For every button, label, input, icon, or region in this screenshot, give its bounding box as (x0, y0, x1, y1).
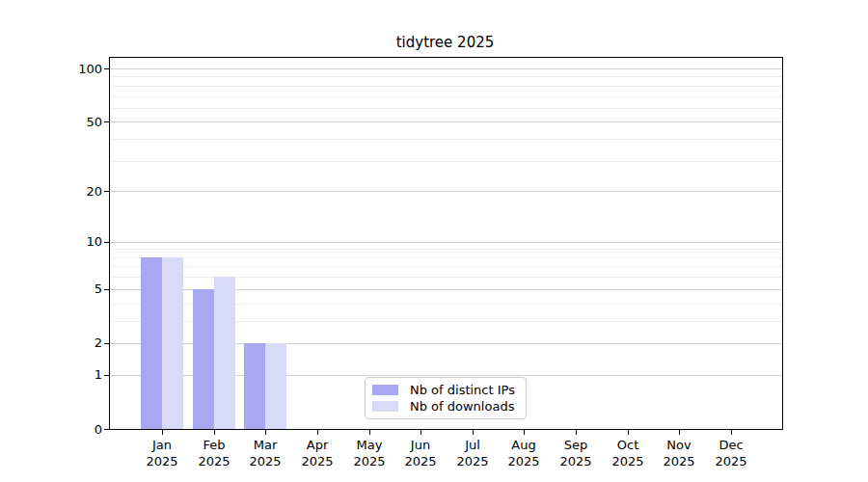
y-tick-label-5: 5 (64, 282, 102, 295)
legend-label-distinct-ips: Nb of distinct IPs (410, 383, 515, 397)
y-tick-label-10: 10 (64, 235, 102, 248)
x-tick-mark (317, 430, 318, 435)
y-tick-label-1: 1 (64, 368, 102, 381)
gridline-major (110, 242, 782, 243)
gridline-minor (110, 108, 782, 109)
y-tick-label-20: 20 (64, 185, 102, 198)
x-tick-label-dec: Dec2025 (702, 437, 760, 469)
legend: Nb of distinct IPs Nb of downloads (365, 377, 527, 419)
x-tick-label-may: May2025 (340, 437, 398, 469)
y-tick-label-50: 50 (64, 116, 102, 128)
gridline-minor (110, 257, 782, 258)
legend-label-downloads: Nb of downloads (410, 399, 514, 414)
gridline-minor (110, 96, 782, 97)
chart-title: tidytree 2025 (109, 34, 781, 51)
x-tick-mark (162, 430, 163, 435)
x-tick-mark (473, 430, 474, 435)
gridline-minor (110, 266, 782, 267)
x-tick-label-aug: Aug2025 (495, 437, 553, 469)
bar-feb-distinct-ips (193, 289, 214, 429)
x-tick-label-oct: Oct2025 (599, 437, 657, 469)
gridline-minor (110, 277, 782, 278)
gridline-minor (110, 249, 782, 250)
legend-item-downloads: Nb of downloads (372, 398, 518, 415)
x-tick-mark (214, 430, 215, 435)
x-tick-mark (731, 430, 732, 435)
x-tick-mark (369, 430, 370, 435)
gridline-minor (110, 139, 782, 140)
x-tick-label-apr: Apr2025 (288, 437, 346, 469)
x-tick-mark (628, 430, 629, 435)
legend-swatch-distinct-ips-icon (372, 385, 398, 395)
bar-mar-distinct-ips (244, 343, 265, 429)
bar-jan-downloads (162, 257, 183, 429)
bar-feb-downloads (214, 277, 235, 429)
x-tick-mark (576, 430, 577, 435)
y-tick-mark (104, 68, 109, 69)
x-tick-label-jan: Jan2025 (133, 437, 191, 469)
y-tick-label-2: 2 (64, 336, 102, 349)
x-tick-label-mar: Mar2025 (236, 437, 294, 469)
gridline-minor (110, 86, 782, 87)
x-tick-mark (679, 430, 680, 435)
y-tick-mark (104, 191, 109, 192)
x-tick-mark (524, 430, 525, 435)
plot-area (109, 57, 783, 430)
bar-jan-distinct-ips (141, 257, 162, 429)
x-tick-label-nov: Nov2025 (650, 437, 708, 469)
y-tick-mark (104, 242, 109, 243)
x-tick-label-jul: Jul2025 (444, 437, 502, 469)
x-tick-label-feb: Feb2025 (185, 437, 243, 469)
x-tick-label-sep: Sep2025 (547, 437, 605, 469)
legend-item-distinct-ips: Nb of distinct IPs (372, 382, 518, 398)
y-tick-label-0: 0 (64, 423, 102, 436)
x-tick-label-jun: Jun2025 (392, 437, 449, 469)
gridline-major (110, 191, 782, 192)
y-tick-mark (104, 375, 109, 376)
gridline-major (110, 68, 782, 69)
gridline-major (110, 121, 782, 122)
y-tick-label-100: 100 (64, 63, 102, 75)
y-tick-mark (104, 343, 109, 344)
x-tick-mark (420, 430, 421, 435)
gridline-minor (110, 161, 782, 162)
y-tick-mark (104, 429, 109, 430)
x-tick-mark (265, 430, 266, 435)
y-tick-mark (104, 289, 109, 290)
legend-swatch-downloads-icon (372, 401, 398, 412)
gridline-minor (110, 76, 782, 77)
figure: tidytree 2025 0125102050100 Jan2025Feb20… (0, 0, 868, 482)
y-tick-mark (104, 121, 109, 122)
bar-mar-downloads (265, 343, 286, 429)
